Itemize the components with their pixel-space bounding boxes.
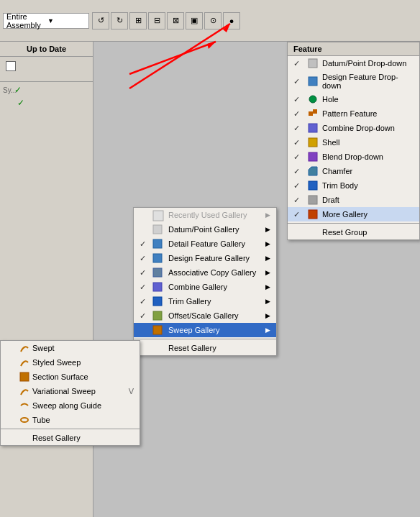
styled-label: Styled Sweep (32, 358, 81, 367)
sweep-item-tube[interactable]: Tube (1, 413, 140, 427)
feature-item-chamfer[interactable]: ✓ Chamfer (288, 164, 419, 178)
assembly-dropdown[interactable]: Entire Assembly ▼ (3, 13, 89, 29)
guide-label: Sweep along Guide (32, 401, 101, 410)
reset-group-label: Reset Group (322, 228, 414, 237)
toolbar-btn-2[interactable]: ↻ (111, 12, 128, 29)
design-gallery-label: Design Feature Gallery (168, 254, 250, 262)
svg-rect-20 (153, 268, 162, 277)
context-item-sweep-gallery[interactable]: Sweep Gallery ▶ (134, 323, 276, 337)
pattern-icon (306, 109, 319, 119)
design-dropdown-label: Design Feature Drop-down (322, 73, 414, 90)
datum-dropdown-label: Datum/Point Drop-down (322, 59, 414, 68)
feature-item-shell[interactable]: ✓ Shell (288, 135, 419, 150)
toolbar-btn-4[interactable]: ⊟ (148, 12, 165, 29)
context-item-detail-gallery[interactable]: ✓ Detail Feature Gallery ▶ (134, 237, 276, 251)
reset-gallery-label: Reset Gallery (168, 344, 216, 352)
variational-label: Variational Sweep (32, 387, 96, 395)
svg-point-26 (21, 418, 28, 422)
context-item-design-gallery[interactable]: ✓ Design Feature Gallery ▶ (134, 251, 276, 265)
context-item-datum-gallery[interactable]: Datum/Point Gallery ▶ (134, 222, 276, 237)
context-item-recently-used[interactable]: Recently Used Gallery ▶ (134, 208, 276, 222)
svg-rect-18 (153, 239, 162, 248)
combine-g-icon (152, 282, 165, 292)
svg-rect-16 (153, 211, 163, 221)
sweep-gallery-label: Sweep Gallery (168, 326, 220, 334)
trim-body-label: Trim Body (322, 181, 414, 190)
design-g-arrow: ▶ (265, 255, 270, 262)
feature-item-hole[interactable]: ✓ Hole (288, 92, 419, 106)
trim-body-icon (306, 180, 319, 191)
svg-rect-14 (309, 196, 317, 204)
context-item-combine-gallery[interactable]: ✓ Combine Gallery ▶ (134, 280, 276, 294)
assoc-g-arrow: ▶ (265, 269, 270, 276)
offset-g-arrow: ▶ (265, 312, 270, 319)
sweep-item-variational[interactable]: Variational Sweep V (1, 384, 140, 398)
svg-marker-3 (207, 42, 216, 49)
trim-g-icon (152, 296, 165, 306)
toolbar-btn-8[interactable]: ● (223, 12, 240, 29)
dropdown-arrow: ▼ (47, 17, 86, 24)
feature-item-datum-dropdown[interactable]: ✓ Datum/Point Drop-down (288, 56, 419, 70)
toolbar-btn-3[interactable]: ⊞ (129, 12, 147, 29)
feature-item-reset-group[interactable]: Reset Group (288, 225, 419, 239)
shell-label: Shell (322, 138, 414, 147)
svg-rect-4 (309, 59, 317, 68)
context-item-reset-gallery[interactable]: Reset Gallery (134, 341, 276, 355)
section-icon (19, 372, 29, 382)
svg-rect-23 (153, 311, 162, 320)
feature-item-pattern[interactable]: ✓ Pattern Feature (288, 106, 419, 121)
feature-item-trim-body[interactable]: ✓ Trim Body (288, 178, 419, 193)
toolbar-btn-6[interactable]: ▣ (186, 12, 203, 29)
feature-item-blend[interactable]: ✓ Blend Drop-down (288, 150, 419, 164)
blend-icon (306, 152, 319, 162)
check-blend: ✓ (293, 152, 303, 162)
recently-arrow: ▶ (265, 211, 270, 219)
guide-icon (19, 401, 29, 411)
checkbox-1[interactable] (6, 61, 16, 71)
sweep-submenu: Swept Styled Sweep Section Surface Varia… (0, 340, 140, 446)
context-item-trim-gallery[interactable]: ✓ Trim Gallery ▶ (134, 294, 276, 308)
svg-rect-22 (153, 297, 162, 306)
section-label: Section Surface (32, 372, 88, 381)
sweep-item-guide[interactable]: Sweep along Guide (1, 398, 140, 413)
sweep-item-swept[interactable]: Swept (1, 341, 140, 355)
trim-gallery-label: Trim Gallery (168, 297, 211, 306)
data-rows: Sy... ✓ ✓ (0, 82, 93, 111)
chamfer-label: Chamfer (322, 167, 414, 175)
toolbar-btn-5[interactable]: ⊠ (167, 12, 184, 29)
toolbar-buttons: ↺ ↻ ⊞ ⊟ ⊠ ▣ ⊙ ● (92, 12, 240, 29)
check-pattern: ✓ (293, 109, 303, 119)
check-1: ✓ (14, 85, 22, 95)
toolbar-btn-1[interactable]: ↺ (92, 12, 109, 29)
svg-rect-17 (153, 225, 162, 234)
feature-item-design-dropdown[interactable]: ✓ Design Feature Drop-down (288, 70, 419, 92)
sweep-item-section[interactable]: Section Surface (1, 370, 140, 384)
sweep-reset-label: Reset Gallery (32, 434, 81, 442)
column-header (0, 76, 93, 82)
feature-menu-header: Feature (288, 42, 419, 56)
svg-rect-5 (309, 77, 317, 86)
sweep-item-reset[interactable]: Reset Gallery (1, 431, 140, 445)
main-area: Up to Date Sy... ✓ ✓ (0, 42, 420, 517)
svg-rect-15 (309, 210, 317, 219)
variational-shortcut: V (129, 387, 134, 395)
feature-item-combine[interactable]: ✓ Combine Drop-down (288, 121, 419, 135)
tube-label: Tube (32, 416, 50, 424)
toolbar-btn-7[interactable]: ⊙ (204, 12, 222, 29)
datum-gallery-label: Datum/Point Gallery (168, 225, 239, 234)
context-item-offset-gallery[interactable]: ✓ Offset/Scale Gallery ▶ (134, 308, 276, 323)
draft-icon (306, 195, 319, 205)
context-item-assoc-gallery[interactable]: ✓ Associative Copy Gallery ▶ (134, 265, 276, 280)
check-shell: ✓ (293, 138, 303, 147)
feature-item-more-gallery[interactable]: ✓ More Gallery (288, 207, 419, 221)
styled-icon (19, 357, 29, 367)
check-offset-g: ✓ (140, 311, 150, 321)
more-gallery-icon (306, 209, 319, 219)
sweep-item-styled[interactable]: Styled Sweep (1, 355, 140, 370)
pattern-label: Pattern Feature (322, 109, 414, 118)
combine-gallery-label: Combine Gallery (168, 283, 227, 291)
feature-item-draft[interactable]: ✓ Draft (288, 193, 419, 207)
detail-g-icon (152, 239, 165, 249)
left-panel-header: Up to Date (0, 42, 93, 57)
datum-g-arrow: ▶ (265, 226, 270, 233)
